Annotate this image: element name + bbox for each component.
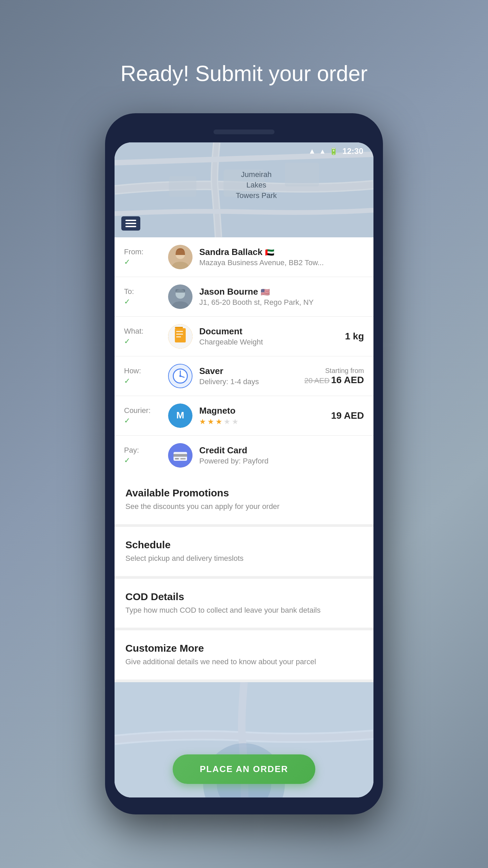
what-label: What: xyxy=(124,327,143,336)
star-rating: ★ ★ ★ ★ ★ xyxy=(199,417,324,426)
to-address: J1, 65-20 Booth st, Rego Park, NY xyxy=(199,298,364,307)
how-label-area: How: ✓ xyxy=(124,367,161,386)
status-icons: ▲ ▲ 🔋 xyxy=(308,147,338,156)
phone-screen: ▲ ▲ 🔋 12:30 xyxy=(115,142,373,797)
customize-desc: Give additional details we need to know … xyxy=(125,657,363,667)
promotions-title: Available Promotions xyxy=(125,487,363,499)
how-sub: Delivery: 1-4 days xyxy=(199,377,298,386)
pay-check: ✓ xyxy=(124,456,130,465)
svg-rect-24 xyxy=(174,454,187,457)
pay-label: Pay: xyxy=(124,446,139,455)
order-details-card: From: ✓ Sandra Ballack 🇦🇪 xyxy=(115,237,373,475)
svg-text:M: M xyxy=(176,410,184,420)
to-avatar xyxy=(168,284,192,309)
courier-label: Courier: xyxy=(124,406,150,415)
courier-name: Magneto xyxy=(199,406,324,416)
star-3: ★ xyxy=(216,417,222,426)
page-title: Ready! Submit your order xyxy=(120,61,367,86)
how-avatar xyxy=(168,364,192,388)
courier-label-area: Courier: ✓ xyxy=(124,406,161,425)
price-current: 16 AED xyxy=(331,375,364,385)
to-label: To: xyxy=(124,287,134,296)
courier-right: 19 AED xyxy=(331,410,364,421)
svg-rect-13 xyxy=(176,336,181,337)
svg-rect-11 xyxy=(176,331,183,332)
pay-sub: Powered by: Payford xyxy=(199,457,364,466)
what-name: Document xyxy=(199,326,338,337)
svg-rect-2 xyxy=(169,176,196,197)
map-location-label: Jumeirah Lakes Towers Park xyxy=(236,170,277,201)
status-bar: ▲ ▲ 🔋 12:30 xyxy=(115,142,373,160)
to-check: ✓ xyxy=(124,297,130,306)
courier-content: Magneto ★ ★ ★ ★ ★ xyxy=(199,406,324,426)
menu-button[interactable] xyxy=(121,216,140,231)
schedule-desc: Select pickup and delivery timeslots xyxy=(125,553,363,564)
svg-rect-3 xyxy=(285,163,319,186)
pay-name: Credit Card xyxy=(199,445,364,456)
pay-row[interactable]: Pay: ✓ Credit Card Powered by: Payford xyxy=(115,436,373,475)
courier-avatar: M xyxy=(168,403,192,428)
what-sub: Chargeable Weight xyxy=(199,338,338,347)
star-5: ★ xyxy=(232,417,239,426)
from-content: Sandra Ballack 🇦🇪 Mazaya Business Avenue… xyxy=(199,247,364,267)
how-content: Saver Delivery: 1-4 days xyxy=(199,366,298,386)
price-old: 20 AED xyxy=(304,376,330,385)
svg-rect-10 xyxy=(175,328,186,342)
weight-value: 1 kg xyxy=(345,331,364,341)
star-4: ★ xyxy=(224,417,230,426)
how-row[interactable]: How: ✓ Saver Delivery: 1-4 days xyxy=(115,356,373,396)
pay-avatar xyxy=(168,443,192,468)
pay-content: Credit Card Powered by: Payford xyxy=(199,445,364,466)
svg-point-19 xyxy=(179,375,181,377)
place-order-button[interactable]: PLACE AN ORDER xyxy=(172,754,315,784)
how-right: Starting from 20 AED 16 AED xyxy=(304,367,364,386)
battery-icon: 🔋 xyxy=(329,147,338,155)
signal-icon: ▲ xyxy=(319,147,326,155)
what-content: Document Chargeable Weight xyxy=(199,326,338,347)
to-label-area: To: ✓ xyxy=(124,287,161,306)
available-promotions-section[interactable]: Available Promotions See the discounts y… xyxy=(115,475,373,527)
pay-label-area: Pay: ✓ xyxy=(124,446,161,465)
menu-line xyxy=(125,220,136,221)
customize-more-section[interactable]: Customize More Give additional details w… xyxy=(115,630,373,682)
time-display: 12:30 xyxy=(343,146,363,156)
promotions-desc: See the discounts you can apply for your… xyxy=(125,501,363,512)
what-avatar xyxy=(168,324,192,349)
from-avatar xyxy=(168,245,192,269)
cod-details-section[interactable]: COD Details Type how much COD to collect… xyxy=(115,579,373,631)
sections-container: Available Promotions See the discounts y… xyxy=(115,475,373,682)
svg-rect-14 xyxy=(175,327,183,328)
schedule-title: Schedule xyxy=(125,539,363,551)
to-content: Jason Bourne 🇺🇸 J1, 65-20 Booth st, Rego… xyxy=(199,287,364,307)
svg-rect-12 xyxy=(176,334,183,335)
from-check: ✓ xyxy=(124,258,130,267)
to-name: Jason Bourne 🇺🇸 xyxy=(199,287,364,297)
what-check: ✓ xyxy=(124,337,130,346)
cod-title: COD Details xyxy=(125,591,363,603)
what-row[interactable]: What: ✓ Document Chargeable Weight xyxy=(115,317,373,356)
from-flag: 🇦🇪 xyxy=(265,248,274,257)
customize-title: Customize More xyxy=(125,643,363,654)
schedule-section[interactable]: Schedule Select pickup and delivery time… xyxy=(115,527,373,579)
courier-row[interactable]: Courier: ✓ M Magneto ★ ★ ★ ★ xyxy=(115,396,373,436)
star-2: ★ xyxy=(207,417,214,426)
from-address: Mazaya Business Avenue, BB2 Tow... xyxy=(199,258,364,267)
from-label-area: From: ✓ xyxy=(124,248,161,267)
phone-notch xyxy=(214,130,274,134)
bottom-map: PLACE AN ORDER xyxy=(115,682,373,797)
cod-desc: Type how much COD to collect and leave y… xyxy=(125,605,363,616)
wifi-icon: ▲ xyxy=(308,147,316,156)
phone-frame: ▲ ▲ 🔋 12:30 xyxy=(105,113,383,814)
svg-rect-25 xyxy=(175,458,179,459)
courier-check: ✓ xyxy=(124,416,130,425)
from-row[interactable]: From: ✓ Sandra Ballack 🇦🇪 xyxy=(115,237,373,277)
phone-notch-area xyxy=(115,123,373,142)
to-row[interactable]: To: ✓ Jason Bourne 🇺🇸 xyxy=(115,277,373,317)
from-name: Sandra Ballack 🇦🇪 xyxy=(199,247,364,257)
menu-line xyxy=(125,226,136,227)
courier-price: 19 AED xyxy=(331,410,364,421)
what-right: 1 kg xyxy=(345,331,364,342)
how-label: How: xyxy=(124,367,141,375)
star-1: ★ xyxy=(199,417,206,426)
menu-line xyxy=(125,223,136,224)
